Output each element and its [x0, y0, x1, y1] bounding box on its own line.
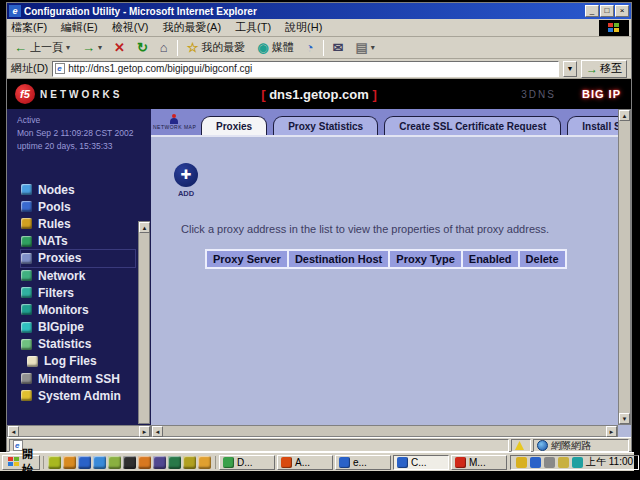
- quick-launch-icon-7[interactable]: [138, 456, 151, 469]
- sidebar-item-statistics[interactable]: Statistics: [21, 336, 135, 353]
- menu-edit[interactable]: 編輯(E): [61, 20, 98, 35]
- quick-launch-icon-1[interactable]: [48, 456, 61, 469]
- scroll-up-icon[interactable]: ▲: [139, 222, 150, 233]
- menu-tools[interactable]: 工具(T): [235, 20, 271, 35]
- system-status: Active Mon Sep 2 11:09:28 CST 2002 uptim…: [7, 109, 151, 153]
- sidebar-item-rules[interactable]: Rules: [21, 215, 135, 232]
- messenger-icon[interactable]: [530, 457, 541, 468]
- sidebar-horizontal-scrollbar[interactable]: ◄ ►: [7, 425, 151, 437]
- forward-button[interactable]: → ▾: [79, 40, 105, 55]
- maximize-button[interactable]: □: [600, 5, 614, 17]
- quick-launch-icon-9[interactable]: [168, 456, 181, 469]
- menu-bar: 檔案(F) 編輯(E) 檢視(V) 我的最愛(A) 工具(T) 說明(H): [7, 19, 631, 37]
- network-icon: [21, 270, 32, 281]
- start-button[interactable]: 開始: [2, 455, 40, 470]
- history-button[interactable]: ◔: [303, 40, 317, 55]
- sidebar-item-filters[interactable]: Filters: [21, 284, 135, 301]
- mail-button[interactable]: ✉: [330, 40, 347, 55]
- column-proxy-type[interactable]: Proxy Type: [390, 251, 461, 267]
- rules-icon: [21, 218, 32, 229]
- quick-launch-icon-5[interactable]: [108, 456, 121, 469]
- sidebar-item-monitors[interactable]: Monitors: [21, 301, 135, 318]
- stop-button[interactable]: ✕: [111, 40, 128, 55]
- address-input[interactable]: http://dns1.getop.com/bigipgui/bigconf.c…: [52, 61, 559, 77]
- go-button[interactable]: → 移至: [581, 60, 627, 78]
- task-buttons: D... A... e... C... M...: [219, 455, 507, 470]
- column-enabled[interactable]: Enabled: [463, 251, 518, 267]
- scroll-down-icon[interactable]: ▼: [619, 413, 630, 424]
- quick-launch-icon-8[interactable]: [153, 456, 166, 469]
- task-icon: [339, 457, 350, 468]
- sidebar-item-log-files[interactable]: Log Files: [21, 353, 135, 370]
- quick-launch-icon-3[interactable]: [78, 456, 91, 469]
- sidebar-item-network[interactable]: Network: [21, 267, 135, 284]
- address-bar: 網址(D) http://dns1.getop.com/bigipgui/big…: [7, 59, 631, 79]
- quick-launch-icon-6[interactable]: [123, 456, 136, 469]
- task-button-1[interactable]: D...: [219, 455, 275, 470]
- favorites-button[interactable]: ☆ 我的最愛: [184, 39, 249, 56]
- tab-proxy-statistics[interactable]: Proxy Statistics: [273, 116, 378, 135]
- column-destination-host[interactable]: Destination Host: [289, 251, 388, 267]
- product-bigip-link[interactable]: BIG IP: [582, 88, 621, 100]
- refresh-button[interactable]: ↻: [134, 40, 151, 55]
- content-area: Active Mon Sep 2 11:09:28 CST 2002 uptim…: [7, 109, 631, 437]
- status-zone-pane: 網際網路: [533, 439, 629, 452]
- scroll-left-icon[interactable]: ◄: [8, 426, 19, 437]
- print-button[interactable]: ▤ ▾: [352, 40, 377, 55]
- task-button-5[interactable]: M...: [451, 455, 507, 470]
- tab-create-ssl-certificate-request[interactable]: Create SSL Certificate Request: [384, 116, 561, 135]
- task-button-4-active[interactable]: C...: [393, 455, 449, 470]
- product-3dns-link[interactable]: 3DNS: [521, 89, 556, 100]
- sidebar-item-nodes[interactable]: Nodes: [21, 181, 135, 198]
- sidebar-item-mindterm-ssh[interactable]: Mindterm SSH: [21, 370, 135, 387]
- scroll-right-icon[interactable]: ►: [606, 426, 617, 437]
- tab-strip: NETWORK MAP Proxies Proxy Statistics Cre…: [151, 109, 631, 135]
- sidebar-item-bigpipe[interactable]: BIGpipe: [21, 319, 135, 336]
- url-text[interactable]: http://dns1.getop.com/bigipgui/bigconf.c…: [68, 63, 252, 74]
- sidebar-item-pools[interactable]: Pools: [21, 198, 135, 215]
- tab-proxies[interactable]: Proxies: [201, 116, 267, 135]
- stop-icon: ✕: [114, 41, 125, 54]
- close-button[interactable]: ×: [615, 5, 629, 17]
- print-dropdown-icon[interactable]: ▾: [371, 43, 375, 52]
- main-vertical-scrollbar[interactable]: ▲ ▼: [618, 109, 631, 425]
- task-button-2[interactable]: A...: [277, 455, 333, 470]
- scroll-left-icon[interactable]: ◄: [152, 426, 163, 437]
- home-button[interactable]: ⌂: [157, 40, 171, 55]
- address-dropdown-icon[interactable]: ▼: [563, 61, 577, 77]
- menu-view[interactable]: 檢視(V): [112, 20, 149, 35]
- network-tray-icon[interactable]: [572, 457, 583, 468]
- add-icon[interactable]: ✚: [174, 163, 198, 187]
- quick-launch-icon-11[interactable]: [198, 456, 211, 469]
- menu-help[interactable]: 說明(H): [285, 20, 322, 35]
- column-proxy-server[interactable]: Proxy Server: [207, 251, 287, 267]
- go-arrow-icon: →: [586, 62, 598, 76]
- quick-launch-icon-10[interactable]: [183, 456, 196, 469]
- sidebar-item-nats[interactable]: NATs: [21, 233, 135, 250]
- network-map-button[interactable]: NETWORK MAP: [153, 114, 195, 130]
- scroll-up-icon[interactable]: ▲: [619, 110, 630, 121]
- menu-file[interactable]: 檔案(F): [11, 20, 47, 35]
- quick-launch-icon-2[interactable]: [63, 456, 76, 469]
- main-horizontal-scrollbar[interactable]: ◄ ►: [151, 425, 618, 437]
- task-button-3[interactable]: e...: [335, 455, 391, 470]
- sidebar-item-system-admin[interactable]: System Admin: [21, 387, 135, 404]
- forward-dropdown-icon[interactable]: ▾: [98, 43, 102, 52]
- column-delete[interactable]: Delete: [520, 251, 565, 267]
- media-button[interactable]: ◉ 媒體: [254, 39, 296, 56]
- back-button[interactable]: ← 上一頁 ▾: [11, 39, 73, 56]
- menu-favorites[interactable]: 我的最愛(A): [162, 20, 221, 35]
- quick-launch-icon-4[interactable]: [93, 456, 106, 469]
- minimize-button[interactable]: _: [585, 5, 599, 17]
- add-proxy-button[interactable]: ✚ ADD: [171, 163, 201, 198]
- scroll-right-icon[interactable]: ►: [139, 426, 150, 437]
- title-bar[interactable]: e Configuration Utility - Microsoft Inte…: [7, 3, 631, 19]
- back-dropdown-icon[interactable]: ▾: [66, 43, 70, 52]
- sidebar-item-proxies[interactable]: Proxies: [21, 250, 135, 267]
- display-icon[interactable]: [544, 457, 555, 468]
- sidebar-vertical-scrollbar[interactable]: ▲: [138, 221, 150, 424]
- scheduler-icon[interactable]: [558, 457, 569, 468]
- volume-icon[interactable]: [516, 457, 527, 468]
- go-label: 移至: [600, 61, 622, 76]
- sidebar-nav-list: Nodes Pools Rules NATs Proxies Network F…: [21, 181, 135, 404]
